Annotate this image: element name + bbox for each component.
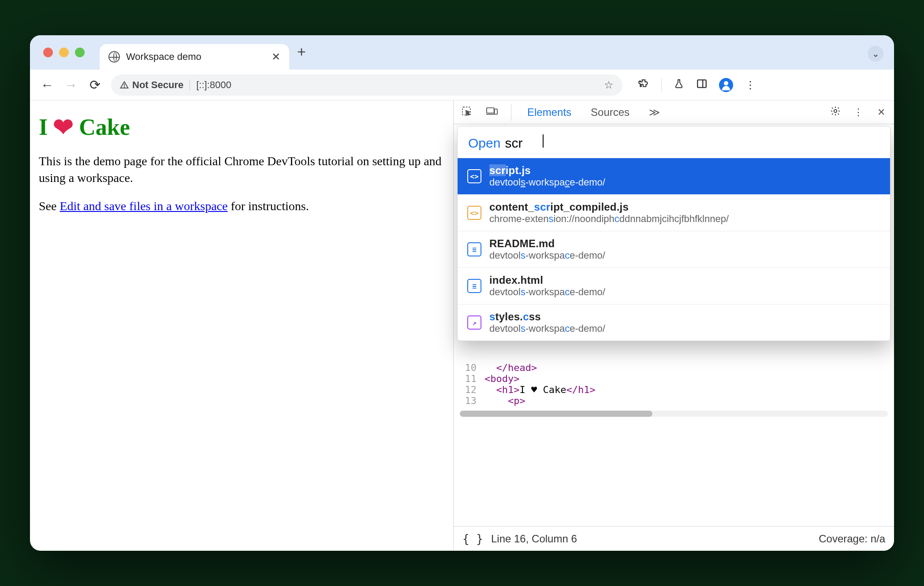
document-file-icon: ≡ bbox=[467, 279, 481, 293]
devtools-separator bbox=[511, 104, 511, 121]
labs-icon[interactable] bbox=[673, 78, 685, 92]
security-indicator[interactable]: Not Secure bbox=[120, 79, 183, 91]
browser-toolbar: ← → ⟳ Not Secure [::]:8000 ☆ ⋮ bbox=[30, 70, 894, 100]
profile-avatar[interactable] bbox=[719, 78, 733, 92]
palette-item-path: devtools-workspace-demo/ bbox=[489, 286, 605, 298]
maximize-window-button[interactable] bbox=[75, 48, 85, 57]
close-tab-button[interactable]: ✕ bbox=[272, 51, 280, 63]
workspace-link[interactable]: Edit and save files in a workspace bbox=[60, 199, 227, 213]
gear-icon[interactable] bbox=[829, 106, 842, 119]
url-text: [::]:8000 bbox=[196, 79, 231, 91]
pretty-print-icon[interactable]: { } bbox=[462, 532, 483, 545]
minimize-window-button[interactable] bbox=[59, 48, 69, 57]
close-window-button[interactable] bbox=[43, 48, 53, 57]
palette-item-path: devtools-workspace-demo/ bbox=[489, 250, 605, 261]
tab-overflow[interactable]: ≫ bbox=[645, 104, 663, 121]
palette-item-name: styles.css bbox=[489, 311, 605, 323]
svg-point-8 bbox=[834, 109, 837, 112]
tab-sources[interactable]: Sources bbox=[587, 104, 633, 121]
content-area: I ❤ Cake This is the demo page for the o… bbox=[30, 100, 894, 551]
window-titlebar: Workspace demo ✕ + ⌄ bbox=[30, 35, 894, 70]
side-panel-icon[interactable] bbox=[696, 78, 708, 92]
line-number: 10 bbox=[454, 362, 484, 373]
address-bar[interactable]: Not Secure [::]:8000 ☆ bbox=[111, 74, 622, 96]
tab-dropdown-button[interactable]: ⌄ bbox=[868, 46, 883, 62]
horizontal-scrollbar[interactable] bbox=[460, 411, 888, 417]
heart-icon: ❤ bbox=[53, 113, 74, 141]
page-heading: I ❤ Cake bbox=[39, 113, 444, 141]
stylesheet-file-icon: ↗ bbox=[467, 315, 481, 330]
page-paragraph: This is the demo page for the official C… bbox=[39, 153, 444, 186]
back-button[interactable]: ← bbox=[40, 78, 55, 93]
cursor-position: Line 16, Column 6 bbox=[491, 533, 577, 545]
omnibox-divider bbox=[190, 79, 190, 91]
toolbar-separator bbox=[661, 78, 662, 92]
browser-menu-icon[interactable]: ⋮ bbox=[745, 79, 756, 91]
palette-input[interactable]: scr bbox=[505, 136, 540, 151]
palette-item[interactable]: ≡index.htmldevtools-workspace-demo/ bbox=[458, 268, 890, 304]
bookmark-icon[interactable]: ☆ bbox=[604, 79, 614, 91]
palette-item[interactable]: <>script.jsdevtools-workspace-demo/ bbox=[458, 158, 890, 195]
devtools-tabstrip: Elements Sources ≫ ⋮ ✕ bbox=[454, 100, 894, 124]
window-controls bbox=[43, 48, 85, 57]
devtools-close-icon[interactable]: ✕ bbox=[875, 107, 888, 118]
palette-item[interactable]: <>content_script_compiled.jschrome-exten… bbox=[458, 195, 890, 231]
page-viewport: I ❤ Cake This is the demo page for the o… bbox=[30, 100, 453, 551]
line-number: 13 bbox=[454, 395, 484, 406]
palette-item[interactable]: ↗styles.cssdevtools-workspace-demo/ bbox=[458, 304, 890, 341]
palette-item-path: chrome-extension://noondiphcddnnabmjcihc… bbox=[489, 213, 729, 225]
devtools-panel: Elements Sources ≫ ⋮ ✕ 10 </head> 11<bod… bbox=[453, 100, 894, 551]
tab-elements[interactable]: Elements bbox=[524, 104, 575, 121]
palette-results: <>script.jsdevtools-workspace-demo/<>con… bbox=[458, 158, 890, 341]
reload-button[interactable]: ⟳ bbox=[87, 77, 102, 93]
file-open-palette: Open scr <>script.jsdevtools-workspace-d… bbox=[457, 126, 890, 341]
extensions-icon[interactable] bbox=[638, 78, 650, 92]
palette-item-path: devtools-workspace-demo/ bbox=[489, 323, 605, 334]
device-mode-icon[interactable] bbox=[485, 106, 499, 119]
svg-rect-5 bbox=[487, 108, 494, 113]
svg-rect-2 bbox=[697, 80, 706, 87]
security-label: Not Secure bbox=[132, 79, 183, 91]
code-line: </head> bbox=[484, 362, 537, 373]
text-cursor bbox=[543, 134, 544, 148]
devtools-right-controls: ⋮ ✕ bbox=[829, 106, 888, 119]
code-line: <body> bbox=[484, 373, 519, 384]
palette-item[interactable]: ≡README.mddevtools-workspace-demo/ bbox=[458, 231, 890, 268]
see-pre: See bbox=[39, 199, 60, 213]
new-tab-button[interactable]: + bbox=[297, 43, 306, 60]
code-line: <h1>I ♥ Cake</h1> bbox=[484, 384, 596, 395]
browser-tab[interactable]: Workspace demo ✕ bbox=[100, 44, 289, 70]
browser-window: Workspace demo ✕ + ⌄ ← → ⟳ Not Secure [:… bbox=[30, 35, 894, 551]
inspect-icon[interactable] bbox=[460, 106, 473, 119]
palette-item-name: index.html bbox=[489, 274, 605, 286]
palette-item-name: README.md bbox=[489, 237, 605, 250]
palette-label: Open bbox=[468, 136, 500, 151]
toolbar-right: ⋮ bbox=[638, 78, 756, 92]
devtools-statusbar: { } Line 16, Column 6 Coverage: n/a bbox=[454, 526, 894, 551]
devtools-menu-icon[interactable]: ⋮ bbox=[852, 107, 865, 118]
h1-post: Cake bbox=[79, 114, 130, 140]
globe-icon bbox=[108, 51, 120, 63]
line-number: 11 bbox=[454, 373, 484, 384]
script-file-icon: <> bbox=[467, 206, 481, 220]
see-post: for instructions. bbox=[227, 199, 309, 213]
h1-pre: I bbox=[39, 114, 48, 140]
code-line: <p> bbox=[484, 395, 525, 406]
coverage-status[interactable]: Coverage: n/a bbox=[819, 533, 885, 545]
forward-button[interactable]: → bbox=[63, 78, 78, 93]
page-see-line: See Edit and save files in a workspace f… bbox=[39, 198, 444, 215]
document-file-icon: ≡ bbox=[467, 242, 481, 256]
palette-item-name: content_script_compiled.js bbox=[489, 201, 729, 213]
svg-point-1 bbox=[124, 86, 125, 87]
svg-rect-7 bbox=[495, 109, 498, 114]
palette-item-path: devtools-workspace-demo/ bbox=[489, 177, 605, 188]
script-file-icon: <> bbox=[467, 169, 481, 183]
palette-search-row: Open scr bbox=[458, 126, 890, 158]
palette-item-name: script.js bbox=[489, 164, 605, 177]
line-number: 12 bbox=[454, 384, 484, 395]
tab-title: Workspace demo bbox=[126, 51, 201, 63]
